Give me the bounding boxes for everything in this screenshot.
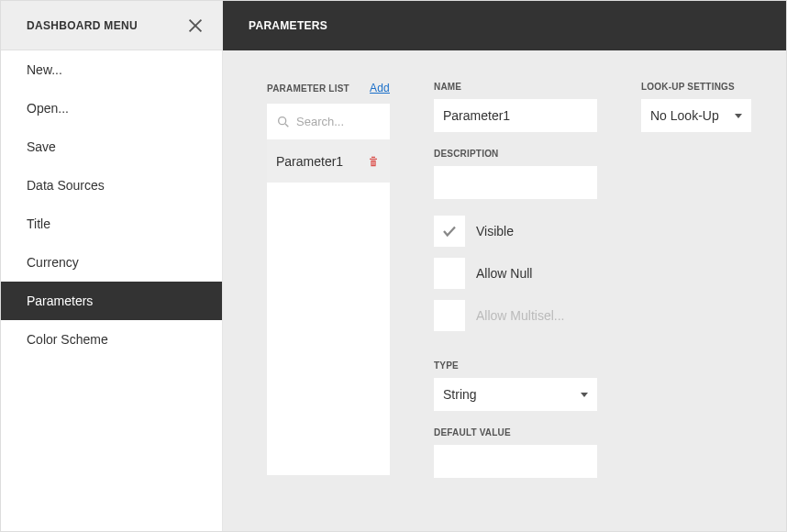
- svg-line-3: [285, 124, 288, 127]
- sidebar-item-data-sources[interactable]: Data Sources: [1, 166, 222, 205]
- search-wrap: [267, 104, 390, 140]
- type-select[interactable]: String: [434, 378, 597, 411]
- name-input[interactable]: [434, 99, 597, 132]
- trash-icon[interactable]: [366, 154, 381, 169]
- sidebar-item-save[interactable]: Save: [1, 127, 222, 166]
- description-label: DESCRIPTION: [434, 149, 597, 159]
- description-input[interactable]: [434, 166, 597, 199]
- lookup-label: LOOK-UP SETTINGS: [641, 82, 751, 92]
- parameter-list-panel: PARAMETER LIST Add Parameter1: [267, 82, 390, 504]
- add-parameter-link[interactable]: Add: [370, 82, 390, 94]
- lookup-select[interactable]: No Look-Up: [641, 99, 751, 132]
- sidebar-item-title[interactable]: Title: [1, 205, 222, 243]
- sidebar-item-open[interactable]: Open...: [1, 89, 222, 127]
- sidebar-item-currency[interactable]: Currency: [1, 243, 222, 282]
- sidebar-title: DASHBOARD MENU: [27, 19, 138, 32]
- default-value-input[interactable]: [434, 445, 597, 478]
- search-icon: [276, 115, 291, 129]
- chevron-down-icon: [735, 114, 742, 118]
- lookup-panel: LOOK-UP SETTINGS No Look-Up: [641, 82, 751, 504]
- lookup-value: No Look-Up: [650, 108, 719, 123]
- svg-rect-4: [372, 161, 373, 165]
- allow-multiselect-label: Allow Multisel...: [476, 308, 564, 323]
- default-value-label: DEFAULT VALUE: [434, 427, 597, 438]
- close-icon[interactable]: [185, 16, 205, 36]
- sidebar-menu: New... Open... Save Data Sources Title C…: [1, 50, 222, 359]
- allow-multiselect-checkbox: Allow Multisel...: [434, 300, 597, 331]
- type-value: String: [443, 387, 477, 402]
- sidebar-item-new[interactable]: New...: [1, 50, 222, 89]
- name-label: NAME: [434, 82, 597, 92]
- list-item-label: Parameter1: [276, 154, 343, 169]
- visible-checkbox[interactable]: Visible: [434, 216, 597, 247]
- allow-null-label: Allow Null: [476, 266, 532, 281]
- parameter-list-box: Parameter1: [267, 104, 390, 475]
- sidebar-item-color-scheme[interactable]: Color Scheme: [1, 320, 222, 359]
- list-item[interactable]: Parameter1: [267, 140, 390, 183]
- check-icon: [441, 223, 458, 239]
- chevron-down-icon: [581, 393, 588, 397]
- sidebar: DASHBOARD MENU New... Open... Save Data …: [1, 1, 223, 531]
- sidebar-header: DASHBOARD MENU: [1, 1, 222, 50]
- main: PARAMETERS PARAMETER LIST Add: [223, 1, 786, 531]
- svg-point-2: [279, 116, 286, 124]
- type-label: TYPE: [434, 360, 597, 371]
- page-title: PARAMETERS: [223, 1, 786, 50]
- svg-rect-5: [374, 161, 375, 165]
- parameter-list-label: PARAMETER LIST: [267, 83, 349, 94]
- sidebar-item-parameters[interactable]: Parameters: [1, 282, 222, 320]
- properties-panel: NAME DESCRIPTION Visible: [434, 82, 597, 504]
- visible-label: Visible: [476, 224, 514, 238]
- search-input[interactable]: [296, 115, 381, 128]
- allow-null-checkbox[interactable]: Allow Null: [434, 258, 597, 289]
